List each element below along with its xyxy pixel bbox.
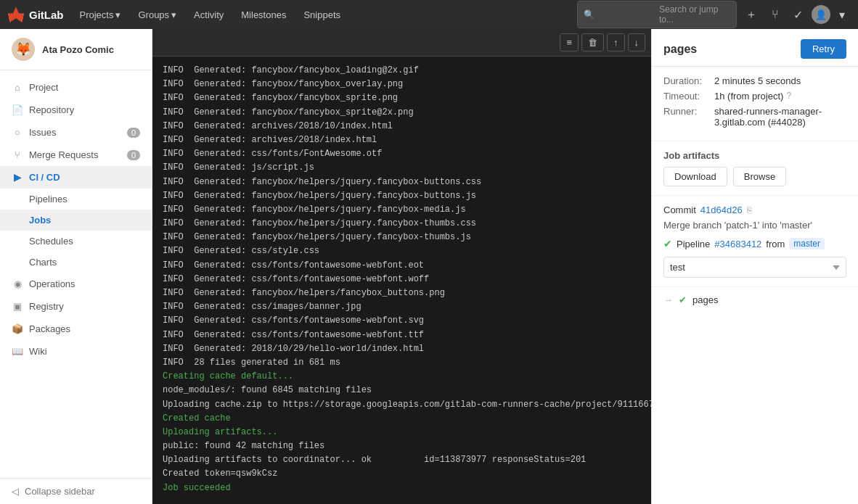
sidebar-label-repository: Repository <box>29 104 74 115</box>
commit-section: Commit 41d64d26 ⎘ Merge branch 'patch-1'… <box>652 196 858 287</box>
collapse-sidebar-button[interactable]: ◁ Collapse sidebar <box>0 478 152 504</box>
content-area: ≡ 🗑 ↑ ↓ INFO Generated: fancybox/fancybo… <box>152 29 858 504</box>
scroll-top-button[interactable]: ↑ <box>607 33 625 51</box>
sidebar-item-wiki[interactable]: 📖 Wiki <box>0 340 152 363</box>
package-icon: 📦 <box>12 323 23 334</box>
sidebar-label-wiki: Wiki <box>29 346 47 357</box>
collapse-icon: ◁ <box>12 486 19 497</box>
sidebar-label-project: Project <box>29 82 58 93</box>
pipeline-success-icon: ✔ <box>663 238 672 249</box>
search-icon: 🔍 <box>584 9 655 20</box>
erase-log-button[interactable]: 🗑 <box>581 33 604 51</box>
log-line: INFO Generated: fancybox/helpers/jquery.… <box>163 189 641 203</box>
browse-button[interactable]: Browse <box>733 167 786 186</box>
log-line: INFO Generated: archives/2018/index.html <box>163 133 641 147</box>
sidebar-item-cicd[interactable]: ▶ CI / CD <box>0 166 152 189</box>
sidebar-label-packages: Packages <box>29 323 70 334</box>
download-button[interactable]: Download <box>663 167 727 186</box>
sidebar-label-cicd: CI / CD <box>29 172 60 183</box>
scroll-bottom-button[interactable]: ↓ <box>628 33 646 51</box>
log-line: INFO Generated: fancybox/fancybox_overla… <box>163 78 641 91</box>
chevron-down-icon: ▾ <box>115 9 120 20</box>
retry-button[interactable]: Retry <box>801 39 846 59</box>
chevron-down-icon-btn[interactable]: ▾ <box>833 5 851 25</box>
timeout-value: 1h (from project) <box>714 91 783 102</box>
log-line: Created token=qsw9kCsz <box>163 467 641 481</box>
job-ref-row: → ✔ pages <box>652 287 858 313</box>
log-line: INFO Generated: css/fonts/FontAwesome.ot… <box>163 147 641 161</box>
timeout-label: Timeout: <box>663 91 714 102</box>
sidebar-item-issues[interactable]: ○ Issues 0 <box>0 121 152 144</box>
sidebar-item-operations[interactable]: ◉ Operations <box>0 273 152 295</box>
user-avatar[interactable]: 👤 <box>812 5 830 24</box>
issues-badge: 0 <box>127 128 140 138</box>
merge-requests-badge: 0 <box>127 150 140 160</box>
log-line: INFO Generated: fancybox/fancybox_loadin… <box>163 64 641 78</box>
sidebar-item-jobs[interactable]: Jobs <box>0 210 152 231</box>
log-line: INFO Generated: 2018/10/29/hello-world/i… <box>163 342 641 356</box>
topnav-snippets[interactable]: Snippets <box>296 7 348 23</box>
plus-icon-btn[interactable]: ＋ <box>740 4 763 25</box>
sidebar-item-registry[interactable]: ▣ Registry <box>0 295 152 318</box>
sidebar-header: 🦊 Ata Pozo Comic <box>0 29 152 70</box>
log-line: Uploading cache.zip to https://storage.g… <box>163 398 641 412</box>
topnav-projects[interactable]: Projects ▾ <box>73 7 128 23</box>
sidebar-project-title: Ata Pozo Comic <box>42 44 114 55</box>
topnav-milestones[interactable]: Milestones <box>234 7 293 23</box>
topnav-activity[interactable]: Activity <box>187 7 231 23</box>
pipeline-from-label: from <box>766 239 785 249</box>
pipeline-id-link[interactable]: #34683412 <box>714 239 761 249</box>
chevron-down-icon: ▾ <box>171 9 176 20</box>
collapse-label: Collapse sidebar <box>25 486 95 497</box>
cicd-icon: ▶ <box>12 172 23 183</box>
topnav: GitLab Projects ▾ Groups ▾ Activity Mile… <box>0 0 858 29</box>
brand-logo[interactable]: GitLab <box>7 6 64 23</box>
runner-row: Runner: shared-runners-manager-3.gitlab.… <box>663 106 846 128</box>
artifact-buttons: Download Browse <box>663 167 846 186</box>
log-line: INFO Generated: fancybox/helpers/jquery.… <box>163 175 641 189</box>
log-line: Uploading artifacts to coordinator... ok… <box>163 453 641 467</box>
sidebar-label-jobs: Jobs <box>29 215 51 226</box>
topnav-groups[interactable]: Groups ▾ <box>131 7 184 23</box>
log-line: Uploading artifacts... <box>163 426 641 439</box>
help-icon[interactable]: ? <box>786 91 791 101</box>
raw-log-button[interactable]: ≡ <box>560 33 579 51</box>
sidebar-label-issues: Issues <box>29 127 57 138</box>
log-line: Creating cache default... <box>163 370 641 384</box>
log-line: INFO Generated: js/script.js <box>163 161 641 175</box>
log-line: INFO Generated: fancybox/helpers/jquery.… <box>163 203 641 217</box>
sidebar-label-merge-requests: Merge Requests <box>29 149 98 160</box>
job-success-icon: ✔ <box>679 294 687 305</box>
stage-select[interactable]: test <box>663 257 846 278</box>
registry-icon: ▣ <box>12 301 23 312</box>
sidebar-label-operations: Operations <box>29 278 75 289</box>
log-line: INFO Generated: archives/2018/10/index.h… <box>163 120 641 133</box>
sidebar-item-project[interactable]: ⌂ Project <box>0 76 152 99</box>
commit-row: Commit 41d64d26 ⎘ <box>663 205 846 215</box>
todo-icon-btn[interactable]: ✓ <box>788 5 809 25</box>
book-icon: 📄 <box>12 104 23 115</box>
artifacts-section: Job artifacts Download Browse <box>652 141 858 196</box>
project-avatar: 🦊 <box>12 38 35 61</box>
log-line: INFO Generated: fancybox/helpers/jquery.… <box>163 231 641 244</box>
sidebar-item-charts[interactable]: Charts <box>0 252 152 273</box>
merge-icon: ⑂ <box>12 149 23 160</box>
right-panel-header: pages Retry <box>652 29 858 67</box>
wiki-icon: 📖 <box>12 346 23 357</box>
merge-request-icon-btn[interactable]: ⑂ <box>766 5 785 24</box>
issue-icon: ○ <box>12 127 23 138</box>
sidebar-item-schedules[interactable]: Schedules <box>0 231 152 252</box>
search-bar[interactable]: 🔍 Search or jump to... <box>577 1 737 28</box>
sidebar-item-pipelines[interactable]: Pipelines <box>0 189 152 210</box>
sidebar-item-repository[interactable]: 📄 Repository <box>0 99 152 121</box>
job-log[interactable]: ≡ 🗑 ↑ ↓ INFO Generated: fancybox/fancybo… <box>152 29 651 504</box>
sidebar-item-packages[interactable]: 📦 Packages <box>0 318 152 340</box>
copy-commit-icon[interactable]: ⎘ <box>747 205 752 215</box>
sidebar-item-merge-requests[interactable]: ⑂ Merge Requests 0 <box>0 144 152 166</box>
commit-hash-link[interactable]: 41d64d26 <box>700 205 743 215</box>
stage-select-wrapper: test <box>663 257 846 278</box>
pipeline-branch-tag[interactable]: master <box>789 238 825 249</box>
main-layout: 🦊 Ata Pozo Comic ⌂ Project 📄 Repository … <box>0 29 858 504</box>
right-panel: pages Retry Duration: 2 minutes 5 second… <box>651 29 858 504</box>
artifacts-title: Job artifacts <box>663 150 846 161</box>
